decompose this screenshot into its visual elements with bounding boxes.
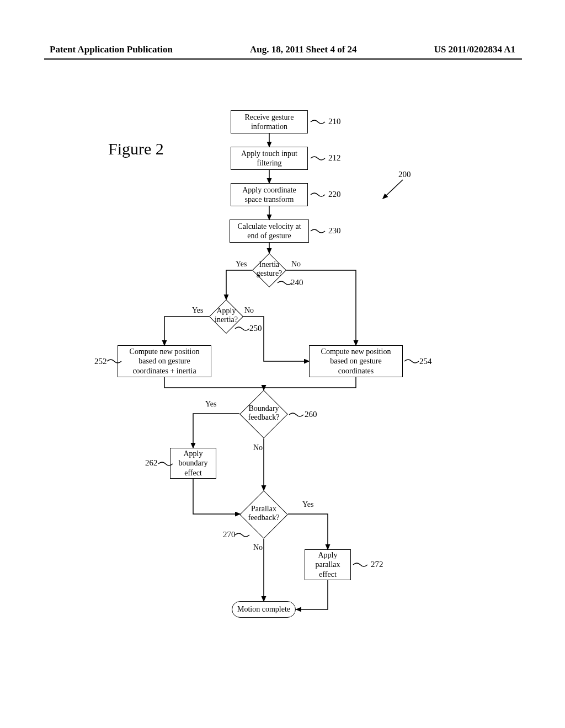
- header-rule: [44, 58, 522, 60]
- page-header: Patent Application Publication Aug. 18, …: [0, 44, 565, 55]
- header-right: US 2011/0202834 A1: [434, 44, 515, 55]
- header-left: Patent Application Publication: [50, 44, 173, 55]
- connectors: [0, 105, 565, 684]
- header-center: Aug. 18, 2011 Sheet 4 of 24: [250, 44, 357, 55]
- flowchart-canvas: Receive gesture information Apply touch …: [0, 105, 565, 684]
